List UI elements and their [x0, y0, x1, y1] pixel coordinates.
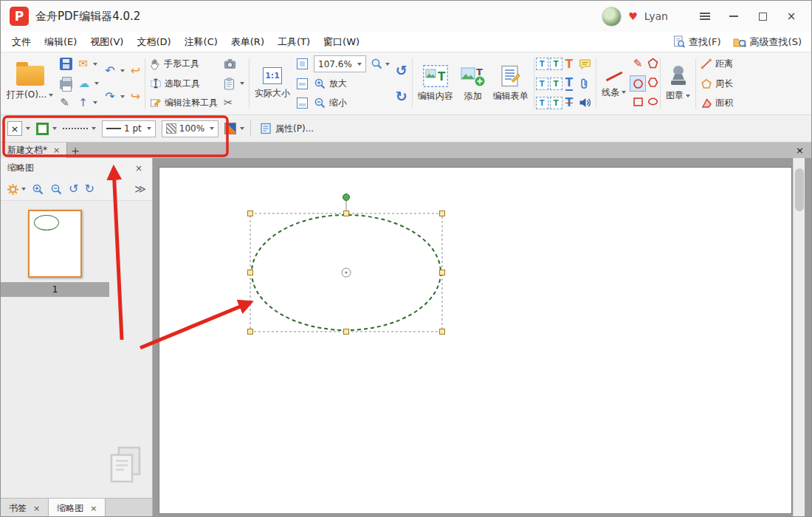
rotate-right-button[interactable]: ↻	[393, 87, 410, 106]
selection-handle-nw[interactable]	[248, 211, 253, 216]
highlight-text-button[interactable]: T	[563, 55, 575, 73]
selection-handle-ne[interactable]	[440, 211, 445, 216]
fit-width-button[interactable]	[295, 75, 310, 93]
maximize-button[interactable]	[751, 7, 774, 26]
vertical-scrollbar[interactable]	[793, 158, 805, 517]
actual-size-button[interactable]: 1:1 实际大小	[252, 54, 293, 113]
app-menu-button[interactable]	[694, 7, 716, 26]
oval-tool-button[interactable]	[647, 96, 658, 109]
menu-comment[interactable]: 注释(C)	[178, 32, 224, 52]
menu-file[interactable]: 文件	[5, 32, 38, 52]
line-tool-button[interactable]: 线条	[599, 54, 629, 113]
next-view-button[interactable]: ↪	[128, 87, 142, 106]
thumbnail-rotate-right-button[interactable]: ↻	[84, 183, 94, 195]
page-thumbnail-selected[interactable]	[28, 210, 82, 278]
measure-perimeter-button[interactable]: 周长	[698, 75, 735, 93]
open-button[interactable]: 打开(O)...	[4, 54, 56, 113]
previous-view-button[interactable]: ↩	[128, 61, 142, 80]
measure-distance-button[interactable]: 距离	[698, 55, 735, 73]
add-button[interactable]: T 添加	[458, 54, 489, 113]
zoom-level-combo[interactable]: 107.6%	[314, 55, 366, 72]
menu-document[interactable]: 文档(D)	[130, 32, 177, 52]
bookmarks-tab[interactable]: 书签 ×	[1, 499, 49, 517]
text-edit-tool-button[interactable]: T	[536, 97, 548, 109]
rotation-handle[interactable]	[343, 194, 350, 201]
page-number-band[interactable]: 1	[1, 282, 109, 297]
document-tab-close-icon[interactable]: ×	[53, 145, 60, 155]
menu-tools[interactable]: 工具(T)	[271, 32, 317, 52]
zoom-out-button[interactable]: 缩小	[312, 94, 392, 112]
close-button[interactable]: ×	[780, 7, 802, 26]
clipboard-button[interactable]	[221, 75, 247, 93]
selection-handle-n[interactable]	[344, 211, 349, 216]
edit-annotation-tool-button[interactable]: 编辑注释工具	[148, 94, 220, 112]
bookmarks-tab-close-icon[interactable]: ×	[33, 504, 40, 513]
menu-view[interactable]: 视图(V)	[83, 32, 130, 52]
thumbnails-tab[interactable]: 缩略图 ×	[49, 499, 106, 517]
rotate-left-button[interactable]: ↺	[393, 61, 410, 80]
hexagon-tool-button[interactable]	[647, 77, 658, 90]
menu-edit[interactable]: 编辑(E)	[38, 32, 83, 52]
pencil-tool-button[interactable]: ✎	[633, 58, 643, 69]
user-name[interactable]: Lyan	[644, 10, 668, 22]
undo-button[interactable]: ↶	[103, 61, 126, 80]
hand-tool-button[interactable]: 手形工具	[148, 55, 220, 73]
underline-text-button[interactable]: T	[563, 75, 575, 93]
collapse-panel-button[interactable]: ≫	[134, 184, 146, 195]
vertical-scrollbar-thumb[interactable]	[795, 168, 804, 211]
edit-form-button[interactable]: 编辑表单	[490, 54, 531, 113]
note-comment-button[interactable]	[577, 55, 593, 73]
cloud-button[interactable]: ☁	[76, 75, 101, 93]
advanced-find-button[interactable]: 高级查找(S)	[728, 33, 807, 51]
zoom-in-button[interactable]: 放大	[312, 75, 392, 93]
selection-handle-se[interactable]	[440, 329, 445, 335]
stamp-button[interactable]: 图章	[663, 54, 693, 113]
new-tab-button[interactable]: +	[67, 143, 83, 158]
snippet-button[interactable]: ✂	[221, 94, 247, 112]
share-button[interactable]: ↑	[76, 94, 101, 112]
save-button[interactable]	[58, 55, 75, 73]
edit-content-button[interactable]: T 编辑内容	[415, 54, 456, 113]
fit-visible-button[interactable]	[295, 94, 310, 112]
sign-button[interactable]: ✎	[58, 94, 75, 112]
text-box-tool-button[interactable]: T	[536, 58, 548, 70]
redo-button[interactable]: ↷	[103, 87, 126, 106]
attachment-button[interactable]	[577, 75, 593, 93]
close-document-button[interactable]: ×	[792, 143, 808, 158]
find-button[interactable]: 查找(F)	[668, 33, 726, 51]
properties-button[interactable]: 属性(P)...	[257, 121, 317, 137]
text-replace-tool-button[interactable]: T	[550, 97, 562, 109]
thumbnail-rotate-left-button[interactable]: ↺	[69, 183, 78, 195]
pentagon-tool-button[interactable]	[647, 58, 658, 71]
thumbnails-tab-close-icon[interactable]: ×	[90, 504, 97, 513]
typewriter-tool-button[interactable]: T	[550, 58, 562, 70]
fill-color-picker[interactable]	[224, 123, 244, 134]
thumbnail-zoom-out-button[interactable]	[50, 183, 63, 196]
selection-handle-sw[interactable]	[248, 329, 253, 335]
line-style-picker[interactable]	[63, 127, 96, 130]
zoom-tools-button[interactable]	[371, 58, 390, 70]
measure-area-button[interactable]: 面积	[698, 94, 735, 112]
text-field-tool-button[interactable]: T	[550, 78, 562, 90]
strikeout-text-button[interactable]: T	[563, 94, 575, 112]
menu-form[interactable]: 表单(R)	[224, 32, 271, 52]
document-tab-active[interactable]: 新建文档* ×	[1, 143, 67, 158]
selection-handle-e[interactable]	[440, 270, 445, 275]
callout-tool-button[interactable]: T	[536, 78, 548, 90]
minimize-button[interactable]	[723, 7, 745, 26]
user-avatar[interactable]	[602, 7, 622, 27]
line-width-combo[interactable]: 1 pt	[102, 120, 156, 137]
thumbnail-options-button[interactable]	[7, 183, 26, 196]
no-color-button[interactable]: ×	[7, 121, 30, 136]
selection-handle-s[interactable]	[344, 329, 349, 335]
rectangle-tool-button[interactable]	[633, 96, 644, 109]
opacity-combo[interactable]: 100%	[162, 120, 219, 137]
menu-window[interactable]: 窗口(W)	[317, 32, 366, 52]
ellipse-tool-button-selected[interactable]	[630, 75, 646, 92]
email-button[interactable]: ✉	[76, 55, 101, 73]
thumbnail-panel-close-button[interactable]: ×	[132, 162, 145, 175]
stroke-color-picker[interactable]	[36, 123, 57, 135]
fit-page-button[interactable]	[295, 55, 310, 73]
audio-comment-button[interactable]	[577, 94, 593, 112]
snapshot-button[interactable]	[221, 55, 247, 73]
